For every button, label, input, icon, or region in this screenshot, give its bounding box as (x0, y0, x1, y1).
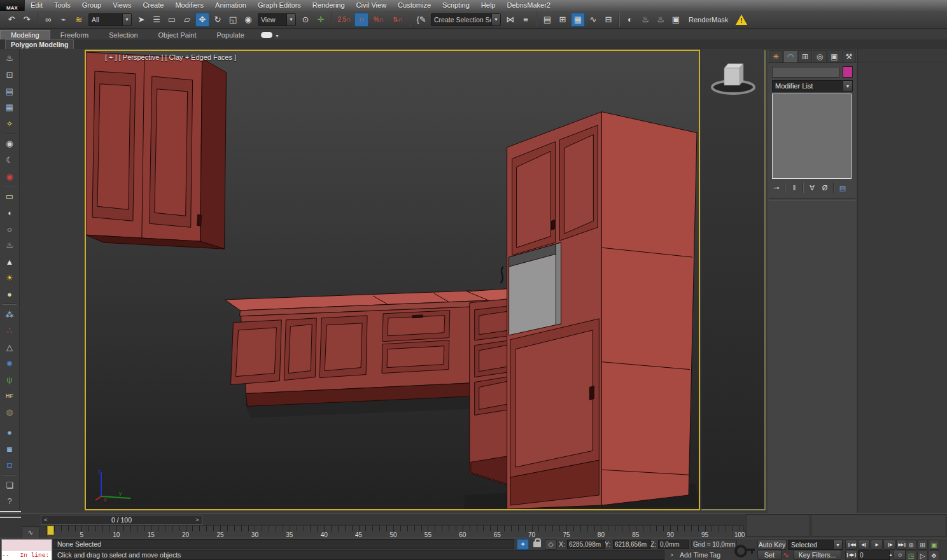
menu-civil-view[interactable]: Civil View (351, 0, 392, 11)
rectangular-selection-region-icon[interactable]: ▭ (165, 13, 179, 27)
select-and-place-icon[interactable]: ◉ (241, 13, 255, 27)
redo-icon[interactable]: ↷ (20, 13, 34, 27)
zoom-extents-icon[interactable]: ▣ (929, 540, 939, 550)
menu-views[interactable]: Views (107, 0, 137, 11)
mirror-icon[interactable]: ⋈ (503, 13, 517, 27)
percent-snap-toggle-icon[interactable]: %∩ (370, 13, 388, 27)
modifier-stack-list[interactable] (772, 94, 852, 179)
menu-help[interactable]: Help (475, 0, 502, 11)
angle-snap-toggle-icon[interactable]: ∩ (354, 13, 368, 27)
select-and-link-icon[interactable]: ∞ (41, 13, 55, 27)
material-assign-icon[interactable]: ◙ (2, 441, 17, 456)
create-tab[interactable]: ✳ (769, 50, 783, 62)
undo-icon[interactable]: ↶ (4, 13, 18, 27)
scene-explorer-icon[interactable]: ⊞ (556, 13, 570, 27)
ribbon-tab-selection[interactable]: Selection (99, 31, 148, 39)
selection-lock-icon[interactable] (533, 542, 541, 547)
set-key-button[interactable]: Set Key (757, 550, 782, 560)
render-setup-icon[interactable]: ♨ (638, 13, 652, 27)
modifier-list-dropdown[interactable]: Modifier List ▼ (772, 80, 853, 92)
pin-stack-icon[interactable]: ⊸ (770, 182, 783, 193)
rendered-frame-window-icon[interactable]: ♨ (654, 13, 668, 27)
ribbon-tab-freeform[interactable]: Freeform (50, 31, 99, 39)
select-and-manipulate-icon[interactable]: ✛ (314, 13, 328, 27)
menu-graph-editors[interactable]: Graph Editors (252, 0, 307, 11)
current-frame-field[interactable]: 0 (858, 550, 890, 560)
window-crossing-icon[interactable]: ▱ (180, 13, 194, 27)
selection-filter-dropdown[interactable]: All▼ (88, 13, 132, 26)
select-by-name-icon[interactable]: ☰ (150, 13, 164, 27)
use-pivot-point-center-icon[interactable]: ⊙ (298, 13, 312, 27)
perspective-viewport[interactable]: [ + ] [ Perspective ] [ Clay + Edged Fac… (85, 50, 700, 510)
render-presets-icon[interactable]: ▤ (2, 83, 17, 99)
video-camera-icon[interactable]: ◉ (2, 169, 17, 184)
camera-icon[interactable]: ◉ (2, 136, 17, 151)
snaps-toggle-icon[interactable]: 2.5∩ (335, 13, 353, 27)
next-frame-button[interactable]: ❙▶ (883, 540, 895, 550)
y-coord-field[interactable]: 6218,656m (613, 540, 651, 549)
timeline-current-frame-marker[interactable] (47, 526, 54, 535)
listener-line[interactable]: -- In line: (2, 550, 52, 560)
previous-frame-button[interactable]: ◀❙ (858, 540, 870, 550)
x-coord-field[interactable]: 6285,098m (567, 540, 605, 549)
align-icon[interactable]: ≡ (519, 13, 533, 27)
region-select-sphere-icon[interactable]: ◘ (2, 458, 17, 473)
zoom-extents-all-icon[interactable]: ◳ (906, 550, 916, 560)
ribbon-tab-object-paint[interactable]: Object Paint (148, 31, 207, 39)
menu-rendering[interactable]: Rendering (307, 0, 351, 11)
select-and-move-icon[interactable]: ✥ (195, 13, 209, 27)
spinner-snap-toggle-icon[interactable]: ⇅∩ (389, 13, 407, 27)
auto-key-button[interactable]: Auto Key (757, 540, 787, 550)
cone-primitive-icon[interactable]: ▲ (2, 254, 17, 269)
circle-primitive-icon[interactable]: ○ (2, 221, 17, 237)
warning-icon[interactable]: ! (736, 15, 747, 25)
render-teapot-icon[interactable]: ♨ (2, 51, 17, 66)
reference-coordinate-system-dropdown[interactable]: View▼ (258, 13, 296, 26)
set-keys-key-icon[interactable] (733, 540, 756, 558)
select-object-icon[interactable]: ➤ (134, 13, 148, 27)
utilities-tab[interactable]: ⚒ (842, 50, 856, 62)
motion-tab[interactable]: ◎ (813, 50, 827, 62)
material-sphere-icon[interactable]: ● (2, 425, 17, 440)
toggle-ribbon-icon[interactable]: ▦ (571, 13, 585, 27)
layer-manager-icon[interactable]: ▤ (540, 13, 554, 27)
time-configuration-icon[interactable]: ◷ (894, 550, 906, 560)
render-setup-window-icon[interactable]: ⊡ (2, 67, 17, 83)
ribbon-options-arrow-icon[interactable]: ▼ (275, 34, 279, 38)
show-end-result-icon[interactable]: ‖ (788, 182, 801, 193)
molecule-icon[interactable]: ∴ (2, 323, 17, 339)
key-mode-toggle[interactable]: ❙◀▶❙ (845, 550, 857, 560)
menu-debrismaker2[interactable]: DebrisMaker2 (501, 0, 556, 11)
polygon-modeling-panel-tab[interactable]: Polygon Modeling (5, 39, 74, 49)
environment-settings-icon[interactable]: ▦ (2, 100, 17, 115)
open-mini-curve-editor-button[interactable]: ∿ (22, 526, 39, 538)
viewcube[interactable] (701, 55, 762, 105)
menu-scripting[interactable]: Scripting (437, 0, 475, 11)
rock-icon[interactable]: ◍ (2, 405, 17, 420)
material-editor-icon[interactable]: ◐ (623, 13, 637, 27)
isolate-selection-toggle-icon[interactable]: ✦ (517, 539, 529, 550)
secondary-viewport[interactable] (701, 50, 766, 510)
application-logo[interactable]: MAX (0, 0, 25, 11)
frame-spinner[interactable]: ▲▼ (888, 550, 893, 560)
menu-edit[interactable]: Edit (25, 0, 48, 11)
hair-fur-icon[interactable]: HF (2, 388, 17, 403)
select-and-rotate-icon[interactable]: ↻ (211, 13, 225, 27)
unlink-selection-icon[interactable]: ⌁ (57, 13, 71, 27)
remove-modifier-icon[interactable]: Ø (818, 182, 831, 193)
object-name-field[interactable] (772, 67, 839, 78)
menu-create[interactable]: Create (137, 0, 169, 11)
pan-icon[interactable]: ✥ (929, 550, 939, 560)
key-filters-button[interactable]: Key Filters... (793, 550, 841, 560)
schematic-view-icon[interactable]: ⊟ (601, 13, 615, 27)
zoom-icon[interactable]: ⊕ (906, 540, 916, 550)
configure-modifier-sets-icon[interactable]: ▤ (836, 182, 849, 193)
time-slider[interactable]: < 0 / 100 > (41, 515, 202, 525)
menu-group[interactable]: Group (76, 0, 108, 11)
modify-tab[interactable]: ◠ (783, 50, 797, 62)
window-splitter[interactable] (0, 511, 21, 518)
teapot-primitive-icon[interactable]: ♨ (2, 238, 17, 253)
object-color-swatch[interactable] (843, 66, 853, 78)
zoom-all-icon[interactable]: ⊞ (917, 540, 928, 550)
go-to-start-button[interactable]: ❙◀◀ (845, 540, 857, 550)
